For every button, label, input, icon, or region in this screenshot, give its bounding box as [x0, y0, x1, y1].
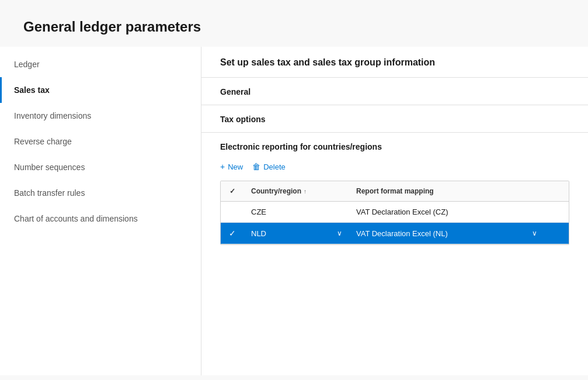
- check-column-header: ✓: [221, 181, 244, 202]
- country-column-label: Country/region: [251, 187, 301, 195]
- sidebar-item-label: Ledger: [14, 60, 40, 69]
- sidebar-item-label: Number sequences: [14, 163, 85, 172]
- sidebar-item-label: Chart of accounts and dimensions: [14, 214, 138, 223]
- general-section-title: General: [201, 78, 588, 105]
- row-actions-cell: [544, 202, 569, 223]
- er-section-title: Electronic reporting for countries/regio…: [220, 142, 569, 151]
- row-country-cell: CZE: [244, 202, 349, 223]
- er-table-container: ✓ Country/region ↑ Report format mapping: [220, 181, 569, 245]
- format-dropdown-icon[interactable]: ∨: [532, 229, 537, 237]
- checkmark-header-icon: ✓: [229, 187, 235, 195]
- sidebar-item-sales-tax[interactable]: Sales tax: [0, 77, 201, 103]
- format-value: VAT Declaration Excel (NL): [356, 229, 448, 238]
- er-table: ✓ Country/region ↑ Report format mapping: [221, 181, 569, 244]
- table-row[interactable]: CZE VAT Declaration Excel (CZ): [221, 202, 569, 223]
- row-format-cell: VAT Declaration Excel (CZ): [349, 202, 544, 223]
- format-column-header: Report format mapping: [349, 181, 544, 202]
- main-layout: Ledger Sales tax Inventory dimensions Re…: [0, 47, 588, 375]
- row-country-cell: NLD ∨: [244, 223, 349, 244]
- sidebar-item-reverse-charge[interactable]: Reverse charge: [0, 129, 201, 154]
- sort-ascending-icon: ↑: [304, 188, 307, 195]
- sidebar-item-chart-of-accounts[interactable]: Chart of accounts and dimensions: [0, 206, 201, 232]
- new-button[interactable]: + New: [220, 160, 243, 174]
- row-format-cell: VAT Declaration Excel (NL) ∨: [349, 223, 544, 244]
- country-column-header[interactable]: Country/region ↑: [244, 181, 349, 202]
- er-toolbar: + New 🗑 Delete: [220, 160, 569, 174]
- tax-options-section-title: Tax options: [201, 105, 588, 133]
- content-area: Set up sales tax and sales tax group inf…: [201, 47, 588, 375]
- sidebar-item-label: Batch transfer rules: [14, 188, 85, 198]
- delete-button[interactable]: 🗑 Delete: [252, 160, 286, 174]
- sidebar-item-label: Reverse charge: [14, 137, 72, 146]
- electronic-reporting-section: Electronic reporting for countries/regio…: [201, 133, 588, 254]
- sidebar-item-ledger[interactable]: Ledger: [0, 51, 201, 77]
- table-row[interactable]: ✓ NLD ∨ VAT Declaration Excel (NL): [221, 223, 569, 244]
- sidebar-item-number-sequences[interactable]: Number sequences: [0, 154, 201, 180]
- actions-column-header: [544, 181, 569, 202]
- page-title-area: General ledger parameters: [0, 0, 588, 47]
- delete-button-label: Delete: [263, 163, 286, 171]
- format-value: VAT Declaration Excel (CZ): [356, 208, 448, 216]
- sidebar-item-label: Inventory dimensions: [14, 111, 91, 120]
- row-check-cell: ✓: [221, 223, 244, 244]
- sidebar-item-batch-transfer-rules[interactable]: Batch transfer rules: [0, 180, 201, 206]
- row-actions-cell: [544, 223, 569, 244]
- page-title: General ledger parameters: [0, 0, 588, 47]
- sidebar-item-label: Sales tax: [14, 85, 50, 95]
- country-value: CZE: [251, 208, 266, 216]
- sidebar: Ledger Sales tax Inventory dimensions Re…: [0, 47, 201, 375]
- plus-icon: +: [220, 162, 225, 171]
- trash-icon: 🗑: [252, 162, 260, 171]
- new-button-label: New: [228, 163, 243, 171]
- country-value: NLD: [251, 229, 266, 238]
- section-description: Set up sales tax and sales tax group inf…: [201, 47, 588, 78]
- table-header-row: ✓ Country/region ↑ Report format mapping: [221, 181, 569, 202]
- country-dropdown-icon[interactable]: ∨: [337, 229, 342, 237]
- row-check-cell: [221, 202, 244, 223]
- sidebar-item-inventory-dimensions[interactable]: Inventory dimensions: [0, 103, 201, 129]
- format-column-label: Report format mapping: [356, 187, 434, 195]
- row-check-icon: ✓: [229, 229, 236, 238]
